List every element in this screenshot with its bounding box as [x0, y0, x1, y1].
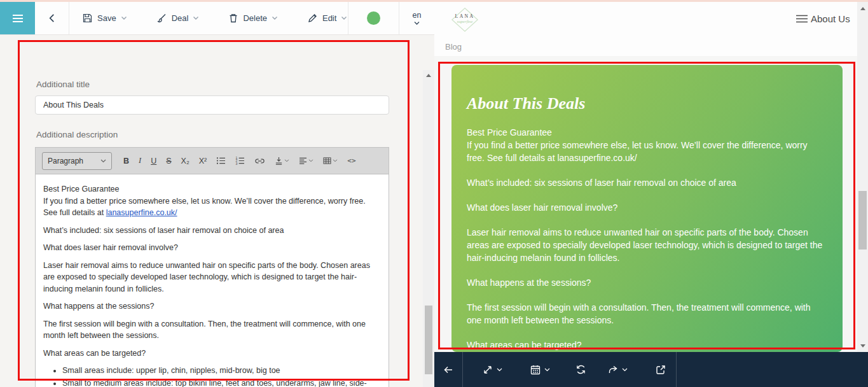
menu-lines-icon [796, 14, 808, 24]
card-paragraph: What areas can be targeted? [467, 339, 827, 351]
delete-button[interactable]: Delete [228, 13, 278, 24]
share-button[interactable] [607, 352, 628, 387]
chevron-down-icon [413, 21, 420, 25]
save-button[interactable]: Save [82, 13, 127, 24]
editor-paragraph: What’s included: six sessions of laser h… [43, 225, 381, 237]
save-icon [82, 13, 93, 24]
insert-down-icon [275, 157, 283, 165]
editor-paragraph: What areas can be targeted? [43, 348, 381, 360]
editor-paragraph: What happens at the sessions? [43, 300, 381, 313]
share-arrow-icon [607, 364, 619, 376]
chevron-down-icon [272, 16, 278, 20]
bullet-list-button[interactable] [214, 153, 228, 169]
menu-button[interactable] [0, 2, 35, 34]
table-icon [323, 157, 331, 164]
list-item: Small areas include: upper lip, chin, ni… [62, 365, 381, 377]
refresh-icon [575, 363, 587, 376]
subscript-button[interactable]: X₂ [179, 153, 191, 169]
align-icon [299, 157, 307, 164]
toolbar-divider [676, 352, 677, 387]
scrollbar-thumb[interactable] [425, 306, 432, 374]
additional-title-input[interactable] [35, 95, 389, 115]
editor-paragraph: Best Price Guarantee If you find a bette… [43, 183, 381, 219]
card-paragraph: What does laser hair removal involve? [467, 201, 827, 214]
numbered-list-icon: 123 [235, 157, 245, 165]
editor-paragraph: The first session will begin with a cons… [43, 318, 381, 342]
chevron-down-icon [497, 368, 502, 372]
brand-logo[interactable]: LANA superfine [450, 5, 479, 34]
edit-button[interactable]: Edit [307, 13, 347, 24]
inline-link[interactable]: lanasuperfine.co.uk/ [106, 208, 177, 217]
editor-paragraph: Laser hair removal aims to reduce unwant… [43, 260, 381, 295]
link-button[interactable] [252, 153, 267, 169]
chevron-down-icon [544, 368, 550, 372]
triangle-up-icon [860, 7, 865, 10]
toolbar-divider [348, 2, 348, 34]
top-strip [0, 0, 868, 2]
admin-form-area: Additional title Additional description … [0, 35, 434, 387]
chevron-down-icon [341, 16, 347, 20]
link-icon [254, 158, 265, 164]
calendar-icon [530, 364, 541, 376]
chevron-down-icon [100, 159, 106, 163]
breadcrumb: Blog [445, 42, 462, 52]
additional-description-label: Additional description [36, 130, 118, 139]
scroll-up-button[interactable] [857, 3, 868, 13]
card-title: About This Deals [467, 94, 827, 113]
editor-content[interactable]: Best Price Guarantee If you find a bette… [36, 174, 389, 387]
insert-button[interactable] [273, 153, 291, 169]
external-link-icon [655, 364, 666, 376]
paragraph-format-select[interactable]: Paragraph [42, 152, 112, 170]
table-button[interactable] [321, 153, 340, 169]
preview-bottom-toolbar [434, 352, 868, 387]
additional-title-label: Additional title [36, 80, 90, 89]
toolbar-divider [462, 352, 463, 387]
underline-button[interactable]: U [149, 153, 158, 169]
card-paragraph: What happens at the sessions? [467, 276, 827, 289]
admin-panel: Additional title Additional description … [0, 0, 434, 387]
calendar-button[interactable] [530, 352, 550, 387]
open-external-button[interactable] [655, 352, 666, 387]
chevron-down-icon [193, 16, 199, 20]
scroll-down-button[interactable] [857, 341, 868, 351]
brand-name: LANA [455, 13, 475, 19]
bullet-list-icon [216, 157, 226, 165]
preview-back-button[interactable] [442, 352, 455, 387]
preview-header [434, 2, 857, 56]
chevron-down-icon [308, 159, 313, 162]
deal-button[interactable]: Deal [156, 13, 200, 24]
superscript-button[interactable]: X² [197, 153, 209, 169]
source-code-button[interactable]: <> [345, 153, 357, 169]
card-paragraph: Laser hair removal aims to reduce unwant… [467, 226, 827, 264]
language-selector[interactable]: en [399, 2, 434, 34]
card-paragraph: The first session will begin with a cons… [467, 301, 827, 327]
card-paragraph: What’s included: six sessions of laser h… [467, 176, 827, 189]
back-button[interactable] [35, 2, 69, 34]
triangle-down-icon [860, 344, 865, 348]
paragraph-format-value: Paragraph [48, 157, 83, 165]
resize-diagonal-icon [482, 364, 493, 376]
editor-toolbar: Paragraph B I U S X₂ X² 123 [36, 148, 389, 174]
refresh-button[interactable] [575, 352, 587, 387]
brand-script: superfine [457, 19, 473, 24]
italic-button[interactable]: I [137, 153, 143, 169]
right-scrollbar[interactable] [857, 2, 868, 352]
align-button[interactable] [297, 153, 315, 169]
editor-bullet-list: Small areas include: upper lip, chin, ni… [43, 365, 381, 387]
left-scrollbar[interactable] [423, 70, 434, 387]
pencil-icon [307, 13, 318, 24]
triangle-up-icon [426, 74, 431, 77]
nav-about-us[interactable]: About Us [792, 11, 854, 26]
scroll-up-button[interactable] [423, 70, 434, 80]
chevron-down-icon [284, 159, 289, 162]
bold-button[interactable]: B [121, 153, 131, 169]
numbered-list-button[interactable]: 123 [233, 153, 247, 169]
arrow-left-icon [442, 364, 455, 376]
scrollbar-thumb[interactable] [858, 191, 867, 250]
resize-preview-button[interactable] [482, 352, 502, 387]
screen: Additional title Additional description … [0, 0, 868, 387]
editor-paragraph: What does laser hair removal involve? [43, 242, 381, 254]
trash-icon [228, 13, 238, 24]
card-paragraph: Best Price Guarantee If you find a bette… [467, 126, 827, 164]
strikethrough-button[interactable]: S [164, 153, 173, 169]
